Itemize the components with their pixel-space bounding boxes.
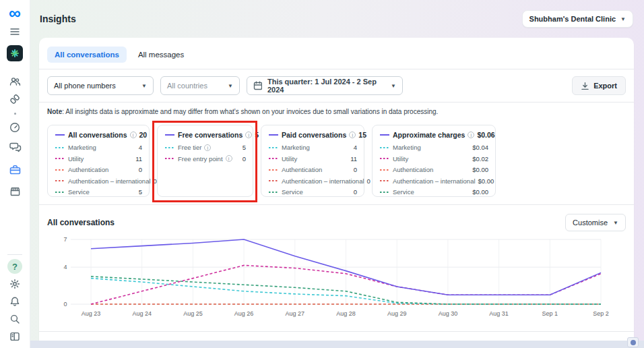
tab-all-conversations[interactable]: All conversations	[47, 47, 127, 63]
panels-icon[interactable]	[5, 328, 25, 345]
notification-bell-icon[interactable]	[5, 293, 25, 310]
phone-numbers-select[interactable]: All phone numbers ▼	[47, 76, 154, 95]
panel-row: Authentication – international 0	[268, 177, 357, 185]
legend-swatch	[268, 191, 279, 194]
date-range-select[interactable]: This quarter: 1 Jul 2024 - 2 Sep 2024 ▼	[247, 76, 403, 95]
panel-row-value: 5	[243, 144, 246, 151]
y-axis-label: 0	[63, 301, 67, 308]
panel-row-label: Service	[68, 188, 90, 196]
panel-row-label: Service	[393, 188, 414, 196]
legend-swatch	[268, 169, 279, 171]
legend-swatch	[55, 191, 65, 194]
dot-separator	[5, 108, 25, 119]
panel-row-value: 0	[354, 166, 357, 173]
customise-label: Customise	[573, 219, 608, 227]
panel-row-label: Utility	[393, 155, 408, 163]
panel-row-value: $0.02	[472, 155, 488, 163]
panel-row-value: 4	[139, 144, 142, 151]
panel-row: Authentication – international $0.00	[379, 177, 488, 185]
panel-title: Paid conversations	[282, 131, 346, 139]
panel-row-value: 0	[354, 188, 357, 196]
legend-swatch	[379, 157, 390, 160]
legend-swatch	[268, 179, 279, 182]
panel-row-value: $0.00	[478, 177, 494, 185]
filters-row: All phone numbers ▼ All countries ▼ This…	[39, 69, 634, 102]
business-app-icon[interactable]	[5, 45, 25, 62]
legend-swatch	[164, 157, 175, 160]
legend-swatch	[379, 191, 390, 194]
x-axis-label: Aug 29	[387, 310, 407, 317]
chats-icon[interactable]	[5, 138, 25, 156]
panel-row-value: $0.00	[472, 188, 488, 196]
export-button[interactable]: Export	[572, 76, 626, 95]
legend-swatch	[268, 146, 279, 149]
panel-header: Free conversationsi 5	[164, 131, 246, 139]
date-range-value: This quarter: 1 Jul 2024 - 2 Sep 2024	[267, 78, 385, 94]
panel-row: Free tieri 5	[164, 144, 246, 151]
business-selector[interactable]: Shubham's Dental Clinic ▼	[522, 10, 633, 28]
tab-all-messages[interactable]: All messages	[131, 47, 191, 63]
panel-row: Free entry pointi 0	[164, 155, 246, 163]
briefcase-icon[interactable]	[5, 161, 25, 179]
legend-swatch	[379, 169, 390, 171]
gauge-icon[interactable]	[5, 119, 25, 136]
x-axis-label: Sep 1	[542, 310, 558, 317]
x-axis-label: Aug 30	[439, 310, 458, 317]
corner-widget-icon[interactable]	[627, 337, 639, 347]
summary-panel: Paid conversationsi 15 Marketing 4 Utili…	[261, 125, 364, 197]
panel-header: Approximate chargesi $0.06	[379, 131, 488, 139]
panel-row: Marketing $0.04	[379, 144, 488, 151]
x-axis-label: Aug 28	[336, 310, 356, 317]
countries-select[interactable]: All countries ▼	[160, 76, 240, 95]
insights-page: ∞	[0, 0, 644, 348]
panel-row: Authentication 0	[268, 166, 357, 173]
panel-row: Authentication – international 0	[55, 177, 142, 185]
panel-row: Authentication $0.00	[379, 166, 488, 173]
people-icon[interactable]	[5, 73, 25, 90]
info-icon[interactable]: i	[226, 155, 232, 162]
panel-row: Utility 11	[55, 155, 142, 163]
x-axis-label: Aug 24	[132, 310, 152, 317]
search-icon[interactable]	[5, 310, 25, 328]
legend-swatch	[164, 146, 175, 149]
panel-row-label: Free entry point	[178, 155, 223, 163]
x-axis-label: Sep 2	[593, 310, 609, 317]
panel-value: 15	[358, 131, 366, 139]
page-title: Insights	[40, 13, 76, 24]
panel-row-label: Marketing	[282, 144, 310, 151]
panel-row-label: Utility	[282, 155, 297, 163]
sidebar-divider	[7, 254, 22, 255]
panel-value: $0.06	[477, 131, 494, 139]
info-icon[interactable]: i	[245, 132, 252, 138]
link-icon[interactable]	[5, 90, 25, 108]
info-icon[interactable]: i	[204, 144, 211, 151]
customise-button[interactable]: Customise ▼	[565, 214, 626, 231]
page-header: Insights Shubham's Dental Clinic ▼	[30, 0, 644, 38]
panel-row: Marketing 4	[55, 144, 142, 151]
settings-gear-icon[interactable]	[5, 275, 25, 293]
summary-panel: Approximate chargesi $0.06 Marketing $0.…	[372, 125, 496, 197]
info-icon[interactable]: i	[468, 132, 474, 138]
menu-icon[interactable]	[5, 23, 25, 40]
info-icon[interactable]: i	[349, 132, 356, 138]
panel-row: Service $0.00	[379, 188, 488, 196]
legend-swatch	[55, 157, 65, 160]
info-icon[interactable]: i	[130, 132, 137, 138]
help-icon[interactable]: ?	[5, 258, 25, 275]
panel-row-value: $0.04	[472, 144, 488, 151]
chevron-down-icon: ▼	[228, 83, 233, 89]
panel-row-label: Authentication – international	[68, 177, 151, 185]
panel-header: All conversationsi 20	[55, 131, 142, 139]
x-axis-label: Aug 23	[82, 310, 101, 317]
summary-panel: All conversationsi 20 Marketing 4 Utilit…	[47, 125, 150, 197]
app-sidebar: ∞	[0, 0, 30, 348]
y-axis-label: 4	[63, 264, 67, 270]
panel-row: Service 0	[268, 188, 357, 196]
panel-row: Utility $0.02	[379, 155, 488, 163]
x-axis-label: Aug 25	[183, 310, 203, 317]
meta-logo-icon[interactable]: ∞	[5, 3, 25, 23]
panel-value: 20	[139, 131, 148, 139]
panel-row-value: 11	[135, 155, 142, 163]
panel-header: Paid conversationsi 15	[268, 131, 357, 139]
storefront-icon[interactable]	[5, 183, 25, 200]
